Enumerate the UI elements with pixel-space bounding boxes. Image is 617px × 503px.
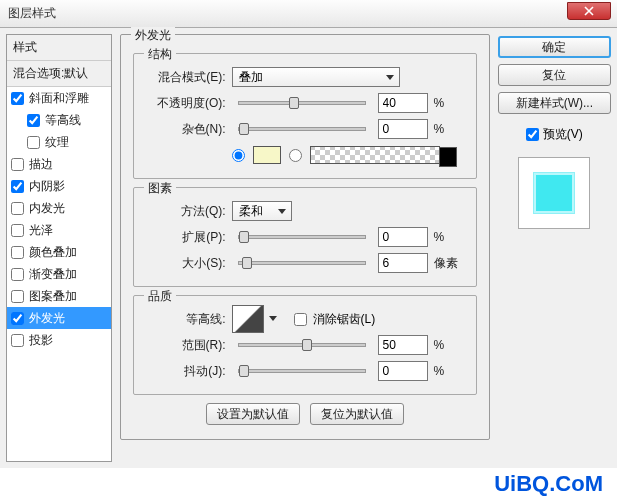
technique-select[interactable]: 柔和 [232, 201, 292, 221]
size-slider[interactable] [238, 261, 366, 265]
opacity-slider[interactable] [238, 101, 366, 105]
opacity-unit: % [434, 96, 464, 110]
range-unit: % [434, 338, 464, 352]
blending-options[interactable]: 混合选项:默认 [7, 61, 111, 87]
opacity-input[interactable] [378, 93, 428, 113]
antialias-label: 消除锯齿(L) [313, 311, 376, 328]
panel-title: 外发光 [131, 27, 175, 44]
style-checkbox-6[interactable] [11, 224, 24, 237]
gradient-swatch[interactable] [310, 146, 440, 164]
jitter-slider[interactable] [238, 369, 366, 373]
window-title: 图层样式 [8, 5, 56, 22]
preview-label: 预览(V) [543, 126, 583, 143]
size-input[interactable] [378, 253, 428, 273]
preview-checkbox[interactable] [526, 128, 539, 141]
new-style-button[interactable]: 新建样式(W)... [498, 92, 611, 114]
spread-slider[interactable] [238, 235, 366, 239]
styles-header[interactable]: 样式 [7, 35, 111, 61]
style-item-3[interactable]: 描边 [7, 153, 111, 175]
style-item-4[interactable]: 内阴影 [7, 175, 111, 197]
style-checkbox-2[interactable] [27, 136, 40, 149]
quality-legend: 品质 [144, 288, 176, 305]
style-item-8[interactable]: 渐变叠加 [7, 263, 111, 285]
style-checkbox-7[interactable] [11, 246, 24, 259]
size-unit: 像素 [434, 255, 464, 272]
style-label: 描边 [29, 156, 53, 173]
reset-default-button[interactable]: 复位为默认值 [310, 403, 404, 425]
style-checkbox-10[interactable] [11, 312, 24, 325]
style-label: 图案叠加 [29, 288, 77, 305]
style-label: 内发光 [29, 200, 65, 217]
preview-box [518, 157, 590, 229]
style-label: 纹理 [45, 134, 69, 151]
style-item-1[interactable]: 等高线 [7, 109, 111, 131]
style-checkbox-8[interactable] [11, 268, 24, 281]
outer-glow-group: 外发光 结构 混合模式(E): 叠加 不透明度(O): % 杂色(N): [120, 34, 490, 440]
style-item-9[interactable]: 图案叠加 [7, 285, 111, 307]
size-label: 大小(S): [146, 255, 226, 272]
style-checkbox-0[interactable] [11, 92, 24, 105]
range-slider[interactable] [238, 343, 366, 347]
close-button[interactable] [567, 2, 611, 20]
watermark: UiBQ.CoM [494, 471, 603, 497]
preview-swatch [533, 172, 575, 214]
blend-mode-select[interactable]: 叠加 [232, 67, 400, 87]
ok-button[interactable]: 确定 [498, 36, 611, 58]
style-item-7[interactable]: 颜色叠加 [7, 241, 111, 263]
style-checkbox-1[interactable] [27, 114, 40, 127]
cancel-button[interactable]: 复位 [498, 64, 611, 86]
quality-group: 品质 等高线: 消除锯齿(L) 范围(R): % 抖动(J): [133, 295, 477, 395]
technique-label: 方法(Q): [146, 203, 226, 220]
style-item-11[interactable]: 投影 [7, 329, 111, 351]
antialias-checkbox[interactable] [294, 313, 307, 326]
elements-group: 图素 方法(Q): 柔和 扩展(P): % 大小(S): 像素 [133, 187, 477, 287]
range-label: 范围(R): [146, 337, 226, 354]
noise-unit: % [434, 122, 464, 136]
style-label: 斜面和浮雕 [29, 90, 89, 107]
jitter-input[interactable] [378, 361, 428, 381]
contour-picker[interactable] [232, 305, 264, 333]
style-item-6[interactable]: 光泽 [7, 219, 111, 241]
noise-input[interactable] [378, 119, 428, 139]
style-checkbox-5[interactable] [11, 202, 24, 215]
main-panel: 外发光 结构 混合模式(E): 叠加 不透明度(O): % 杂色(N): [112, 34, 498, 462]
style-item-0[interactable]: 斜面和浮雕 [7, 87, 111, 109]
make-default-button[interactable]: 设置为默认值 [206, 403, 300, 425]
gradient-radio[interactable] [289, 149, 302, 162]
dialog-body: 样式 混合选项:默认 斜面和浮雕等高线纹理描边内阴影内发光光泽颜色叠加渐变叠加图… [0, 28, 617, 468]
right-panel: 确定 复位 新建样式(W)... 预览(V) [498, 34, 611, 462]
structure-legend: 结构 [144, 46, 176, 63]
style-label: 颜色叠加 [29, 244, 77, 261]
style-checkbox-4[interactable] [11, 180, 24, 193]
jitter-label: 抖动(J): [146, 363, 226, 380]
blend-mode-label: 混合模式(E): [146, 69, 226, 86]
style-label: 渐变叠加 [29, 266, 77, 283]
spread-unit: % [434, 230, 464, 244]
spread-label: 扩展(P): [146, 229, 226, 246]
style-label: 等高线 [45, 112, 81, 129]
elements-legend: 图素 [144, 180, 176, 197]
style-item-2[interactable]: 纹理 [7, 131, 111, 153]
styles-panel: 样式 混合选项:默认 斜面和浮雕等高线纹理描边内阴影内发光光泽颜色叠加渐变叠加图… [6, 34, 112, 462]
style-checkbox-11[interactable] [11, 334, 24, 347]
style-label: 内阴影 [29, 178, 65, 195]
style-label: 投影 [29, 332, 53, 349]
style-label: 外发光 [29, 310, 65, 327]
opacity-label: 不透明度(O): [146, 95, 226, 112]
style-checkbox-9[interactable] [11, 290, 24, 303]
structure-group: 结构 混合模式(E): 叠加 不透明度(O): % 杂色(N): % [133, 53, 477, 179]
range-input[interactable] [378, 335, 428, 355]
color-swatch[interactable] [253, 146, 281, 164]
style-checkbox-3[interactable] [11, 158, 24, 171]
style-item-10[interactable]: 外发光 [7, 307, 111, 329]
noise-label: 杂色(N): [146, 121, 226, 138]
contour-label: 等高线: [146, 311, 226, 328]
spread-input[interactable] [378, 227, 428, 247]
style-item-5[interactable]: 内发光 [7, 197, 111, 219]
style-label: 光泽 [29, 222, 53, 239]
jitter-unit: % [434, 364, 464, 378]
titlebar: 图层样式 [0, 0, 617, 28]
color-radio[interactable] [232, 149, 245, 162]
noise-slider[interactable] [238, 127, 366, 131]
close-icon [584, 6, 594, 16]
